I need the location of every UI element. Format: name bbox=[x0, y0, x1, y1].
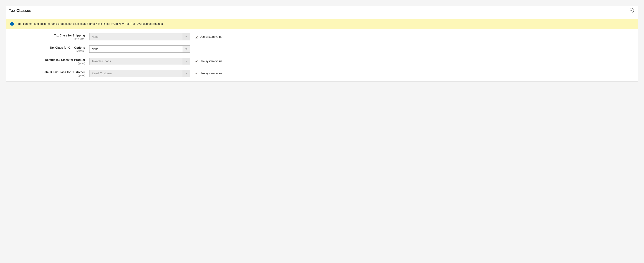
chevron-down-icon bbox=[186, 48, 187, 50]
checkbox-box bbox=[195, 72, 198, 75]
row-default-tax-product: Default Tax Class for Product [global] T… bbox=[10, 58, 634, 65]
label-col: Tax Class for Shipping [store view] bbox=[10, 33, 89, 40]
label-col: Tax Class for Gift Options [website] bbox=[10, 46, 89, 52]
use-system-checkbox-customer[interactable]: Use system value bbox=[195, 72, 222, 75]
row-default-tax-customer: Default Tax Class for Customer [global] … bbox=[10, 70, 634, 77]
use-system-checkbox-product[interactable]: Use system value bbox=[195, 60, 222, 63]
field-label: Tax Class for Shipping bbox=[10, 34, 85, 37]
select-value: None bbox=[90, 46, 182, 52]
checkbox-label: Use system value bbox=[200, 35, 222, 38]
select-tax-class-gift[interactable]: None bbox=[89, 46, 190, 53]
aux-col bbox=[190, 46, 195, 53]
chevron-down-icon bbox=[186, 60, 187, 62]
collapse-button[interactable] bbox=[629, 8, 634, 13]
check-icon bbox=[196, 36, 198, 38]
check-icon bbox=[196, 60, 198, 62]
form-rows: Tax Class for Shipping [store view] None… bbox=[6, 33, 638, 77]
aux-col: Use system value bbox=[190, 58, 222, 65]
aux-col: Use system value bbox=[190, 33, 222, 40]
check-icon bbox=[196, 72, 198, 74]
select-value: Taxable Goods bbox=[90, 58, 182, 65]
chevron-down-icon bbox=[186, 36, 187, 38]
info-notice: i You can manage customer and product ta… bbox=[6, 19, 638, 29]
info-icon: i bbox=[10, 22, 14, 26]
chevron-down-icon bbox=[186, 72, 187, 74]
dropdown-arrow bbox=[182, 34, 190, 40]
control-col: None bbox=[89, 46, 190, 53]
checkbox-label: Use system value bbox=[200, 60, 222, 63]
field-label: Default Tax Class for Customer bbox=[10, 70, 85, 74]
panel-header: Tax Classes bbox=[6, 6, 638, 14]
select-value: Retail Customer bbox=[90, 70, 182, 77]
chevron-up-icon bbox=[630, 10, 632, 12]
row-tax-class-shipping: Tax Class for Shipping [store view] None… bbox=[10, 33, 634, 40]
scope-label: [global] bbox=[10, 74, 85, 77]
label-col: Default Tax Class for Customer [global] bbox=[10, 70, 89, 77]
checkbox-box bbox=[195, 60, 198, 63]
control-col: None bbox=[89, 33, 190, 40]
use-system-checkbox-shipping[interactable]: Use system value bbox=[195, 35, 222, 38]
tax-classes-panel: Tax Classes i You can manage customer an… bbox=[6, 6, 638, 82]
scope-label: [global] bbox=[10, 62, 85, 64]
checkbox-label: Use system value bbox=[200, 72, 222, 75]
aux-col: Use system value bbox=[190, 70, 222, 77]
scope-label: [store view] bbox=[10, 38, 85, 40]
panel-title: Tax Classes bbox=[9, 8, 32, 13]
select-default-tax-product: Taxable Goods bbox=[89, 58, 190, 65]
control-col: Taxable Goods bbox=[89, 58, 190, 65]
dropdown-arrow bbox=[182, 70, 190, 77]
dropdown-arrow[interactable] bbox=[182, 46, 190, 52]
select-default-tax-customer: Retail Customer bbox=[89, 70, 190, 77]
select-value: None bbox=[90, 34, 182, 40]
field-label: Tax Class for Gift Options bbox=[10, 46, 85, 50]
scope-label: [website] bbox=[10, 50, 85, 52]
control-col: Retail Customer bbox=[89, 70, 190, 77]
notice-text: You can manage customer and product tax … bbox=[18, 22, 163, 26]
dropdown-arrow bbox=[182, 58, 190, 65]
field-label: Default Tax Class for Product bbox=[10, 58, 85, 62]
row-tax-class-gift: Tax Class for Gift Options [website] Non… bbox=[10, 46, 634, 53]
label-col: Default Tax Class for Product [global] bbox=[10, 58, 89, 64]
select-tax-class-shipping: None bbox=[89, 33, 190, 40]
checkbox-box bbox=[195, 35, 198, 38]
